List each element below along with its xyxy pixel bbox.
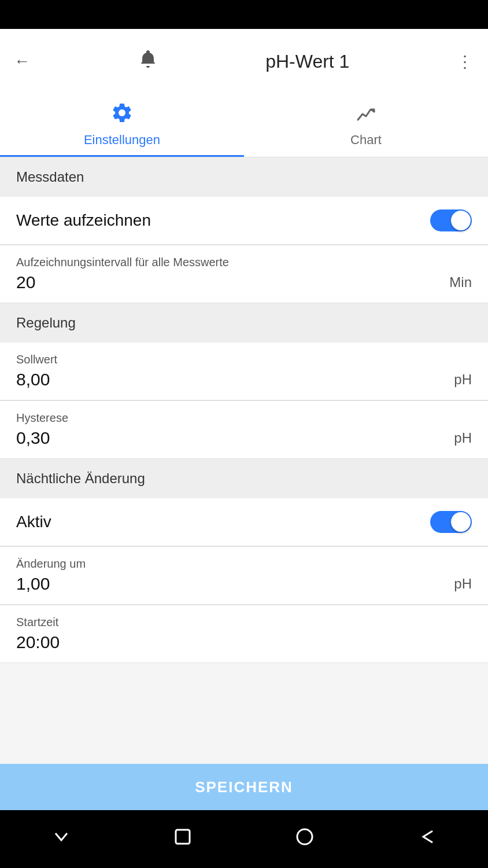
tab-einstellungen-label: Einstellungen	[84, 133, 160, 148]
save-button-container: SPEICHERN	[0, 764, 488, 810]
sollwert-value: 8,00	[16, 370, 50, 389]
aktiv-toggle-knob	[451, 512, 471, 532]
tab-bar: Einstellungen Chart	[0, 94, 488, 157]
aktiv-label: Aktiv	[16, 513, 51, 531]
svg-point-1	[297, 829, 312, 844]
tab-chart[interactable]: Chart	[244, 94, 488, 157]
werte-aufzeichnen-label: Werte aufzeichnen	[16, 211, 151, 230]
aenderung-um-unit: pH	[454, 576, 472, 592]
hysterese-unit: pH	[454, 430, 472, 446]
tab-chart-label: Chart	[350, 133, 382, 148]
startzeit-label: Startzeit	[16, 616, 472, 629]
aufzeichnungsintervall-row[interactable]: Aufzeichnungsintervall für alle Messwert…	[0, 245, 488, 303]
section-regelung: Regelung	[0, 303, 488, 343]
bottom-spacer	[0, 663, 488, 675]
startzeit-row[interactable]: Startzeit 20:00	[0, 605, 488, 663]
nav-square-icon[interactable]	[173, 827, 193, 852]
nav-down-icon[interactable]	[51, 826, 72, 852]
content-area: Messdaten Werte aufzeichnen Aufzeichnung…	[0, 157, 488, 764]
back-button[interactable]: ←	[14, 52, 30, 71]
sollwert-row[interactable]: Sollwert 8,00 pH	[0, 343, 488, 400]
toggle-knob	[451, 211, 471, 230]
svg-rect-0	[176, 830, 190, 844]
werte-aufzeichnen-row: Werte aufzeichnen	[0, 197, 488, 245]
status-bar	[0, 0, 488, 29]
page-title: pH-Wert 1	[265, 51, 349, 72]
tab-einstellungen[interactable]: Einstellungen	[0, 94, 244, 157]
sollwert-label: Sollwert	[16, 353, 472, 366]
chart-icon	[356, 104, 376, 129]
save-button[interactable]: SPEICHERN	[0, 764, 488, 810]
aufzeichnungsintervall-unit: Min	[449, 274, 472, 290]
bottom-nav-bar	[0, 810, 488, 868]
aenderung-um-value: 1,00	[16, 574, 50, 594]
hysterese-value: 0,30	[16, 428, 50, 448]
gear-icon	[110, 101, 134, 129]
aufzeichnungsintervall-value: 20	[16, 273, 35, 292]
hysterese-label: Hysterese	[16, 411, 472, 425]
nav-back-icon[interactable]	[416, 826, 437, 852]
startzeit-value: 20:00	[16, 632, 60, 652]
aktiv-toggle[interactable]	[430, 511, 472, 533]
werte-aufzeichnen-toggle[interactable]	[430, 209, 472, 231]
aktiv-row: Aktiv	[0, 498, 488, 546]
hysterese-row[interactable]: Hysterese 0,30 pH	[0, 401, 488, 459]
aenderung-um-row[interactable]: Änderung um 1,00 pH	[0, 547, 488, 605]
more-menu-button[interactable]: ⋮	[457, 52, 474, 71]
app-header: ← pH-Wert 1 ⋮	[0, 29, 488, 94]
section-naechtliche: Nächtliche Änderung	[0, 459, 488, 498]
sollwert-unit: pH	[454, 372, 472, 388]
nav-circle-icon[interactable]	[294, 826, 315, 852]
aufzeichnungsintervall-label: Aufzeichnungsintervall für alle Messwert…	[16, 256, 472, 269]
section-messdaten: Messdaten	[0, 157, 488, 197]
aenderung-um-label: Änderung um	[16, 557, 472, 571]
notification-icon[interactable]	[138, 49, 158, 74]
